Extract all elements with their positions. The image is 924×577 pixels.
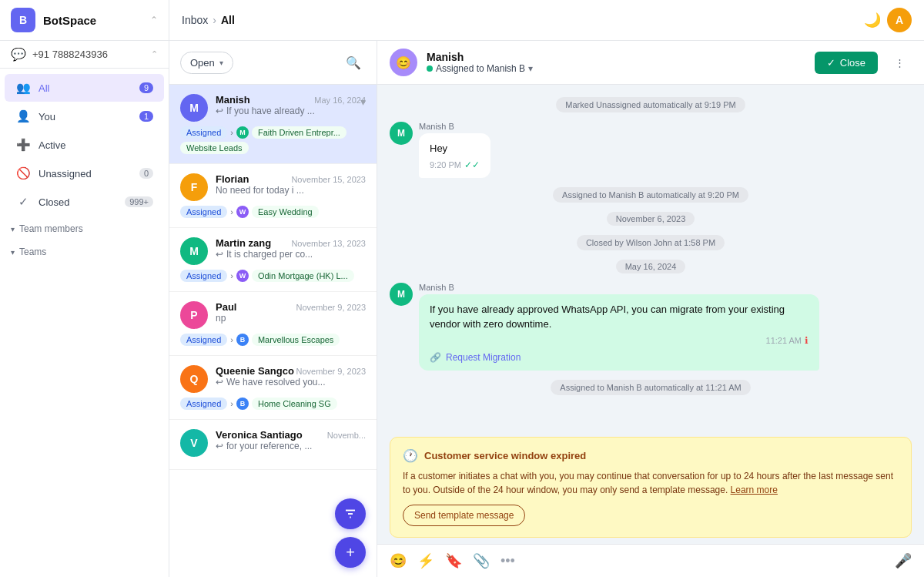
chat-contact-avatar: 😊 — [390, 49, 417, 76]
filter-fab-button[interactable] — [335, 498, 366, 529]
read-check-icon: ✓✓ — [464, 159, 480, 170]
sidebar-item-you[interactable]: 👤 You 1 — [5, 102, 164, 130]
conv-preview-icon-m: ↩ — [216, 249, 223, 260]
system-msg-text-closed: Closed by Wilson John at 1:58 PM — [577, 235, 725, 250]
conv-preview-martin: ↩ It is charged per co... — [216, 249, 366, 260]
msg-bubble-hey: Hey 9:20 PM ✓✓ — [419, 133, 490, 178]
unassigned-icon: 🚫 — [15, 166, 31, 181]
conv-date-manish: May 16, 2024 — [314, 96, 366, 105]
conv-name-paul: Paul — [216, 301, 236, 313]
label-easy-wedding: Easy Wedding — [252, 206, 319, 218]
sidebar-item-all[interactable]: 👥 All 9 — [5, 74, 164, 102]
send-template-button[interactable]: Send template message — [403, 505, 525, 526]
teams-label: Teams — [19, 247, 46, 257]
filter-label: Open — [190, 57, 215, 69]
status-tag-queenie: Assigned — [180, 398, 227, 410]
conv-item-veronica[interactable]: V Veronica Santiago Novemb... ↩ for your… — [169, 420, 377, 470]
status-tag-florian: Assigned — [180, 206, 227, 218]
bookmark-button[interactable]: 🔖 — [445, 552, 462, 569]
team-members-section[interactable]: ▾ Team members — [0, 219, 169, 239]
msg-text-hey: Hey — [430, 141, 480, 156]
system-msg-text: Marked Unassigned automatically at 9:19 … — [556, 97, 745, 112]
label-home-cleaning: Home Cleaning SG — [252, 398, 337, 410]
whatsapp-icon: 💬 — [11, 47, 26, 62]
unassigned-badge: 0 — [139, 168, 153, 179]
search-button[interactable]: 🔍 — [341, 50, 366, 75]
app-title: BotSpace — [43, 14, 142, 27]
conv-preview-icon-v: ↩ — [216, 441, 223, 451]
date-text-may16: May 16, 2024 — [616, 260, 686, 273]
assigned-indicator — [427, 65, 433, 72]
phone-chevron-icon[interactable]: ⌃ — [151, 49, 158, 59]
warning-title: Customer service window expired — [424, 450, 586, 461]
system-msg-closed: Closed by Wilson John at 1:58 PM — [390, 235, 912, 250]
add-conversation-button[interactable]: + — [335, 537, 366, 568]
arrow-icon-p: › — [230, 334, 233, 346]
close-conversation-button[interactable]: ✓ Close — [815, 52, 878, 74]
filter-chevron-icon: ▾ — [219, 59, 223, 67]
msg-text-outbound: If you have already approved WhatsApp AP… — [430, 302, 808, 332]
mic-button[interactable]: 🎤 — [895, 552, 912, 569]
label-faith: Faith Driven Entrepr... — [252, 126, 346, 139]
learn-more-link[interactable]: Learn more — [731, 485, 778, 495]
sidebar-item-active[interactable]: ➕ Active — [5, 131, 164, 159]
msg-bubble-outbound: If you have already approved WhatsApp AP… — [419, 294, 819, 371]
more-options-button[interactable]: ⋮ — [887, 50, 912, 75]
conv-date-florian: November 15, 2023 — [291, 175, 366, 184]
msg-avatar-outbound: M — [390, 283, 413, 306]
date-divider-nov6: November 6, 2023 — [390, 212, 912, 226]
conv-name-florian: Florian — [216, 173, 249, 185]
assignee-avatar-florian: W — [236, 206, 249, 218]
msg-time-outbound: 11:21 AM ℹ — [430, 335, 808, 346]
team-members-chevron-icon: ▾ — [11, 225, 15, 233]
label-marvellous: Marvellous Escapes — [252, 334, 340, 346]
sidebar-item-active-label: Active — [38, 139, 153, 151]
conv-date-paul: November 9, 2023 — [296, 303, 367, 312]
quick-reply-button[interactable]: ⚡ — [417, 552, 434, 569]
sidebar-item-all-label: All — [38, 82, 132, 94]
sidebar-item-you-label: You — [38, 111, 132, 122]
assignee-avatar-martin: W — [236, 270, 249, 282]
conv-item-queenie[interactable]: Q Queenie Sangco November 9, 2023 ↩ We h… — [169, 356, 377, 420]
date-text-nov6: November 6, 2023 — [607, 212, 695, 226]
status-tag-martin: Assigned — [180, 270, 227, 282]
system-msg-text-1121: Assigned to Manish B automatically at 11… — [551, 380, 750, 395]
open-filter-button[interactable]: Open ▾ — [180, 52, 233, 74]
conv-item-florian[interactable]: F Florian November 15, 2023 No need for … — [169, 164, 377, 228]
sidebar-item-unassigned[interactable]: 🚫 Unassigned 0 — [5, 159, 164, 187]
arrow-icon-q: › — [230, 398, 233, 410]
active-icon: ➕ — [15, 137, 31, 153]
request-migration-link[interactable]: 🔗 Request Migration — [430, 352, 808, 363]
teams-section[interactable]: ▾ Teams — [0, 242, 169, 262]
conv-name-martin: Martin zang — [216, 237, 271, 249]
expand-manish-button[interactable]: ▾ — [360, 96, 366, 108]
chat-contact-name: Manish — [427, 51, 805, 63]
conv-item-paul[interactable]: P Paul November 9, 2023 np — [169, 292, 377, 356]
search-icon: 🔍 — [346, 55, 361, 70]
conv-item-manish[interactable]: M Manish May 16, 2024 ↩ If you have alre… — [169, 85, 377, 164]
arrow-icon: › — [230, 126, 233, 139]
emoji-button[interactable]: 😊 — [390, 552, 407, 569]
user-avatar[interactable]: A — [887, 8, 912, 32]
conv-preview-paul: np — [216, 313, 366, 324]
conv-avatar-manish: M — [180, 94, 208, 122]
assigned-chevron-icon[interactable]: ▾ — [528, 63, 533, 74]
msg-avatar-manishb: M — [390, 122, 413, 145]
sidebar-item-closed[interactable]: ✓ Closed 999+ — [5, 188, 164, 216]
all-badge: 9 — [139, 82, 153, 93]
conv-item-martin[interactable]: M Martin zang November 13, 2023 ↩ It is … — [169, 228, 377, 292]
moon-icon[interactable]: 🌙 — [864, 12, 881, 29]
app-chevron-icon[interactable]: ⌃ — [150, 15, 158, 25]
breadcrumb-separator: › — [213, 14, 216, 26]
request-migration-text: Request Migration — [446, 352, 521, 363]
conv-avatar-paul: P — [180, 301, 208, 329]
arrow-icon-f: › — [230, 206, 233, 218]
phone-number: +91 7888243936 — [32, 49, 145, 60]
chat-assigned-text: Assigned to Manish B — [436, 63, 525, 74]
date-divider-may16: May 16, 2024 — [390, 260, 912, 273]
assignee-avatar-paul: B — [236, 334, 249, 346]
teams-chevron-icon: ▾ — [11, 248, 15, 257]
more-footer-button[interactable]: ••• — [500, 553, 515, 569]
conv-preview-icon-q: ↩ — [216, 377, 223, 387]
attach-button[interactable]: 📎 — [473, 552, 490, 569]
